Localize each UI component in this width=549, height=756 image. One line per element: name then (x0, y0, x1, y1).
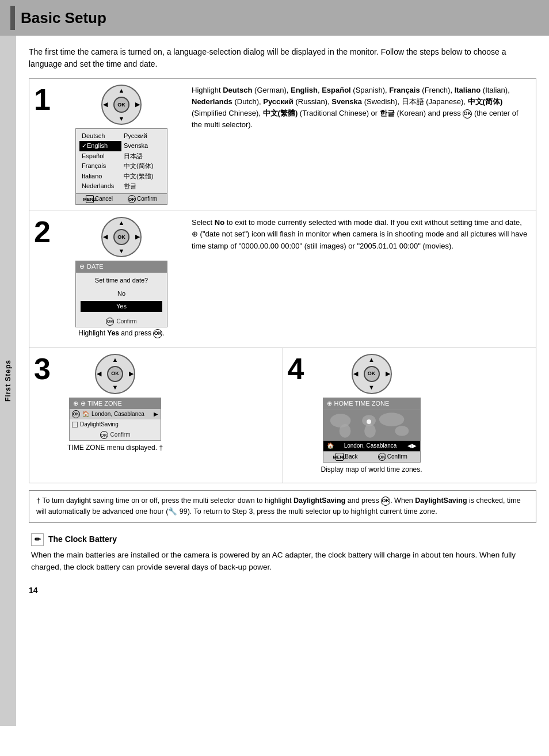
multi-selector-3: ▲ ▼ ◀ ▶ OK (95, 354, 135, 394)
date-ok-icon: OK (106, 318, 114, 326)
world-map (323, 409, 420, 441)
htz-location-row: 🏠 London, Casablanca ◀▶ (323, 441, 420, 451)
menu-icon-4: MENU (336, 453, 344, 461)
tz-header: ⊕ ⊕ TIME ZONE (70, 398, 161, 409)
multi-selector-2: ▲ ▼ ◀ ▶ OK (101, 217, 142, 257)
step-3-content: ▲ ▼ ◀ ▶ OK ⊕ ⊕ TIME ZONE (58, 348, 172, 461)
htz-screen: ⊕ HOME TIME ZONE (323, 398, 421, 463)
ms-down-arrow-2: ▼ (119, 247, 125, 255)
tz-daylight-label: DaylightSaving (80, 421, 119, 429)
tz-daylight-row: DaylightSaving (70, 419, 161, 430)
intro-text: The first time the camera is turned on, … (29, 46, 536, 70)
language-screen: Deutsch Русский ✓English Svenska Español… (75, 128, 167, 205)
ok-icon-4: OK (378, 453, 386, 461)
ms-center-2: OK (113, 229, 129, 245)
header-accent (10, 6, 15, 30)
lang-deutsch: Deutsch (79, 131, 121, 141)
step-1-row: 1 ▲ ▼ ◀ ▶ OK Deutsc (29, 79, 536, 211)
steps-box: 1 ▲ ▼ ◀ ▶ OK Deutsc (29, 78, 536, 483)
lang-japanese: 日本語 (121, 151, 163, 161)
step-3-number: 3 (29, 348, 58, 461)
date-header-label: DATE (87, 262, 104, 271)
step-2-number: 2 (29, 211, 58, 347)
steps-34-row: 3 ▲ ▼ ◀ ▶ OK (29, 348, 536, 483)
step-3-col: 3 ▲ ▼ ◀ ▶ OK (29, 348, 283, 483)
lang-russian: Русский (121, 131, 163, 141)
tz-confirm-label: Confirm (110, 431, 131, 439)
clock-battery-title: ✏ The Clock Battery (31, 533, 534, 546)
main-content: The first time the camera is turned on, … (16, 36, 549, 726)
htz-header: ⊕ HOME TIME ZONE (323, 398, 420, 409)
date-screen: ⊕ DATE Set time and date? No Yes OK Conf… (75, 261, 167, 327)
step-3-caption: TIME ZONE menu displayed. † (63, 441, 167, 455)
step-1-left: ▲ ▼ ◀ ▶ OK Deutsch Русский ✓English (58, 79, 185, 211)
step-4-caption: Display map of world time zones. (317, 463, 427, 477)
lang-svenska: Svenska (121, 141, 163, 151)
lang-english: ✓English (79, 141, 121, 151)
multi-selector-1: ▲ ▼ ◀ ▶ OK (101, 85, 142, 125)
back-label: Back (345, 453, 357, 461)
date-confirm-label: Confirm (116, 318, 136, 326)
step-3-inner: 3 ▲ ▼ ◀ ▶ OK (29, 348, 283, 461)
date-clock-icon: ⊕ (79, 262, 85, 271)
lang-grid: Deutsch Русский ✓English Svenska Español… (79, 131, 163, 191)
page-header: Basic Setup (0, 0, 549, 36)
ms-center: OK (113, 97, 129, 113)
date-question: Set time and date? (81, 276, 162, 285)
date-body: Set time and date? No Yes (76, 273, 167, 316)
step-2-row: 2 ▲ ▼ ◀ ▶ OK ⊕ DATE (29, 211, 536, 348)
svg-point-4 (364, 424, 376, 438)
cancel-btn: MENU Cancel (86, 195, 113, 203)
ms-left-arrow: ◀ (103, 100, 108, 109)
page-title: Basic Setup (21, 7, 106, 28)
step-4-inner: 4 ▲ ▼ ◀ ▶ OK (283, 348, 536, 483)
sidebar-tab: First Steps (0, 36, 16, 726)
menu-btn-icon: MENU (86, 195, 94, 203)
sidebar-label: First Steps (3, 360, 13, 402)
date-no: No (81, 288, 162, 299)
confirm-btn: OK Confirm (128, 195, 157, 203)
step-4-number: 4 (283, 348, 312, 483)
lang-nederlands: Nederlands (79, 181, 121, 191)
ms-up-arrow: ▲ (119, 86, 125, 95)
screen-footer-1: MENU Cancel OK Confirm (76, 193, 167, 204)
cancel-label: Cancel (95, 195, 113, 203)
pencil-icon: ✏ (31, 533, 44, 546)
tz-screen: ⊕ ⊕ TIME ZONE OK 🏠 London, Casablanca ▶ (69, 398, 161, 441)
svg-point-5 (379, 413, 403, 426)
lang-espanol: Español (79, 151, 121, 161)
htz-location: London, Casablanca (344, 442, 397, 450)
ms-right-arrow: ▶ (135, 100, 140, 109)
date-ok-row: OK Confirm (76, 316, 167, 327)
step-2-left: ▲ ▼ ◀ ▶ OK ⊕ DATE Set time and date? (58, 211, 185, 347)
lang-italiano: Italiano (79, 171, 121, 181)
date-yes: Yes (81, 301, 162, 312)
lang-chinese-simple: 中文(简体) (121, 161, 163, 171)
ok-btn-icon: OK (128, 195, 136, 203)
tz-confirm-row: OK Confirm (70, 430, 161, 440)
step-4-col: 4 ▲ ▼ ◀ ▶ OK (283, 348, 536, 483)
step-1-description: Highlight Deutsch (German), English, Esp… (185, 79, 536, 211)
svg-point-2 (339, 424, 350, 438)
clock-battery-heading: The Clock Battery (48, 534, 117, 545)
htz-header-label: HOME TIME ZONE (334, 399, 390, 408)
ms-up-arrow-2: ▲ (119, 219, 125, 227)
svg-point-7 (367, 419, 371, 424)
clock-battery-section: ✏ The Clock Battery When the main batter… (29, 533, 536, 574)
page-number: 14 (29, 585, 536, 597)
date-header: ⊕ DATE (76, 261, 167, 272)
lang-korean: 한글 (121, 181, 163, 191)
lang-francais: Français (79, 161, 121, 171)
step-2-caption: Highlight Yes and press OK. (78, 327, 164, 342)
step-2-description: Select No to exit to mode currently sele… (185, 211, 536, 347)
ms-down-arrow: ▼ (119, 114, 125, 123)
confirm-label-1: Confirm (137, 195, 157, 203)
htz-confirm-label: Confirm (387, 453, 407, 461)
lang-chinese-trad: 中文(繁體) (121, 171, 163, 181)
step-4-content: ▲ ▼ ◀ ▶ OK ⊕ HOME TIME ZONE (312, 348, 432, 483)
step-1-number: 1 (29, 79, 58, 211)
ms-right-arrow-2: ▶ (135, 233, 140, 242)
note-box: † To turn daylight saving time on or off… (29, 490, 536, 523)
clock-battery-text: When the main batteries are installed or… (31, 549, 534, 574)
multi-selector-4: ▲ ▼ ◀ ▶ OK (352, 354, 392, 394)
